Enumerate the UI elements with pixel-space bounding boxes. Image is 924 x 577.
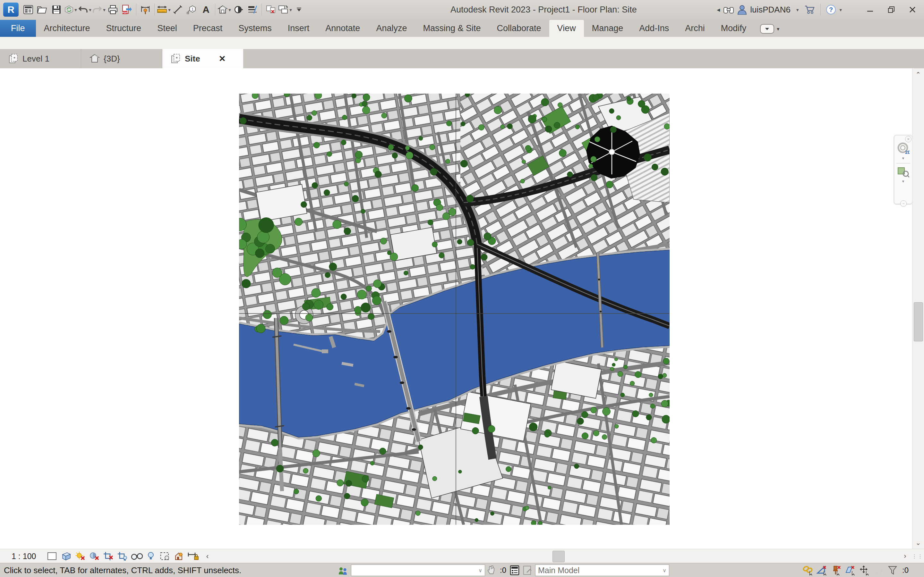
steering-wheel-tool[interactable]: 2D ▾	[894, 142, 912, 161]
ribbon-tab-add-ins[interactable]: Add-Ins	[631, 20, 677, 37]
ribbon-tab-archi[interactable]: Archi	[677, 20, 713, 37]
crop-view-off-icon[interactable]	[102, 550, 115, 562]
undo-icon[interactable]: ▾	[78, 1, 92, 19]
customize-qat-icon[interactable]	[292, 1, 306, 19]
scroll-right-icon[interactable]: ›	[899, 549, 911, 563]
select-underlay-toggle-icon[interactable]	[816, 564, 829, 577]
search-binoculars-icon[interactable]	[723, 5, 734, 15]
close-inactive-windows-icon[interactable]	[264, 1, 278, 19]
shadows-off-icon[interactable]	[87, 550, 102, 562]
view-tab-3d[interactable]: {3D}	[81, 49, 162, 68]
ribbon-tab-massing-site[interactable]: Massing & Site	[415, 20, 489, 37]
export-pdf-icon[interactable]: PDF	[120, 1, 134, 19]
zoom-region-tool[interactable]: ▾	[894, 166, 912, 184]
ribbon-tab-steel[interactable]: Steel	[149, 20, 185, 37]
visual-style-icon[interactable]	[59, 550, 73, 562]
temporary-hide-isolate-icon[interactable]	[129, 550, 144, 562]
store-cart-icon[interactable]	[804, 5, 815, 15]
editing-requests-glove-icon[interactable]	[485, 564, 498, 577]
select-links-toggle-icon[interactable]	[801, 564, 814, 577]
open-icon[interactable]	[35, 1, 49, 19]
default-3d-view-icon[interactable]: ▾	[217, 1, 231, 19]
text-icon[interactable]: A	[199, 1, 213, 19]
help-dropdown-icon[interactable]: ▾	[839, 7, 842, 12]
tag-by-category-icon[interactable]: 1	[185, 1, 199, 19]
ribbon-tab-file[interactable]: File	[0, 20, 36, 37]
active-workset-select[interactable]: ∨	[351, 564, 485, 576]
ribbon-tab-view[interactable]: View	[549, 20, 584, 37]
ribbon-tab-modify[interactable]: Modify	[713, 20, 754, 37]
help-icon[interactable]: ?	[826, 5, 836, 15]
model-line-icon[interactable]	[171, 1, 185, 19]
ribbon-tab-collaborate[interactable]: Collaborate	[489, 20, 549, 37]
resize-grip-icon[interactable]: ⋮⋮	[911, 549, 924, 563]
scroll-down-icon[interactable]: ⌄	[913, 537, 924, 549]
collapse-search-icon[interactable]: ◂	[717, 6, 720, 13]
navbar-close-icon[interactable]: ✕	[905, 136, 911, 142]
reveal-constraints-icon[interactable]	[186, 550, 200, 562]
design-option-select[interactable]: Main Model ∨	[535, 564, 669, 576]
view-tab-level1[interactable]: Level 1	[0, 49, 81, 68]
ribbon-state-button[interactable]	[760, 24, 774, 34]
window-title: Autodesk Revit 2023 - Project1 - Floor P…	[451, 0, 637, 19]
horizontal-scroll-thumb[interactable]	[552, 551, 565, 562]
aligned-dimension-icon[interactable]	[138, 1, 152, 19]
detail-level-icon[interactable]	[45, 550, 59, 562]
user-dropdown-icon[interactable]: ▾	[796, 7, 799, 12]
ribbon-tab-insert[interactable]: Insert	[280, 20, 318, 37]
revit-logo-icon[interactable]: R	[3, 3, 19, 17]
temporary-view-properties-icon[interactable]	[158, 550, 172, 562]
close-view-tab-icon[interactable]: ✕	[219, 54, 226, 64]
close-button[interactable]	[903, 1, 921, 19]
print-icon[interactable]	[106, 1, 120, 19]
zoom-dropdown-icon[interactable]: ▾	[902, 179, 905, 184]
wheel-dropdown-icon[interactable]: ▾	[902, 156, 905, 161]
username[interactable]: luisPDAN6	[750, 5, 790, 15]
select-by-face-toggle-icon[interactable]	[844, 564, 857, 577]
redo-dropdown-icon[interactable]: ▾	[103, 7, 105, 12]
selection-filter-icon[interactable]	[886, 564, 899, 577]
analytical-model-icon[interactable]	[172, 550, 186, 562]
switch-windows-icon[interactable]: ▾	[278, 1, 292, 19]
sun-path-off-icon[interactable]	[73, 550, 87, 562]
vertical-scrollbar[interactable]: ⌃ ⌄	[912, 68, 924, 549]
show-crop-region-icon[interactable]	[115, 550, 129, 562]
redo-icon[interactable]: ▾	[92, 1, 106, 19]
editing-requests-dialog-icon[interactable]	[508, 564, 521, 577]
view-scale-button[interactable]: 1 : 100	[11, 552, 36, 561]
ribbon-tab-annotate[interactable]: Annotate	[317, 20, 368, 37]
reveal-hidden-elements-icon[interactable]	[144, 550, 158, 562]
sync-dropdown-icon[interactable]: ▾	[74, 7, 77, 12]
ribbon-tab-precast[interactable]: Precast	[185, 20, 231, 37]
ribbon-tab-systems[interactable]: Systems	[230, 20, 280, 37]
worksets-icon[interactable]	[336, 564, 349, 577]
ribbon-tab-structure[interactable]: Structure	[98, 20, 150, 37]
ribbon-state-dropdown-icon[interactable]: ▾	[777, 26, 779, 32]
vertical-scroll-thumb[interactable]	[914, 302, 923, 342]
thin-lines-icon[interactable]	[246, 1, 260, 19]
user-avatar-icon[interactable]	[737, 5, 747, 15]
application-menu-icon[interactable]	[21, 1, 35, 19]
save-icon[interactable]	[49, 1, 63, 19]
horizontal-scrollbar[interactable]: › ⋮⋮	[214, 549, 924, 563]
design-options-icon[interactable]	[521, 564, 534, 577]
undo-dropdown-icon[interactable]: ▾	[89, 7, 91, 12]
measure-dropdown-icon[interactable]: ▾	[168, 7, 171, 12]
scroll-up-icon[interactable]: ⌃	[913, 68, 924, 81]
minimize-button[interactable]	[861, 1, 879, 19]
ribbon-tab-manage[interactable]: Manage	[584, 20, 632, 37]
measure-icon[interactable]: ▾	[157, 1, 171, 19]
drawing-area[interactable]: ✕ 2D ▾ ▾ −	[0, 68, 913, 549]
ribbon-tab-analyze[interactable]: Analyze	[368, 20, 415, 37]
view-tab-site[interactable]: Site✕	[162, 49, 243, 68]
section-icon[interactable]	[231, 1, 246, 19]
switch-windows-dropdown-icon[interactable]: ▾	[289, 7, 292, 12]
sync-with-central-icon[interactable]: ▾	[63, 1, 78, 19]
ribbon-tab-architecture[interactable]: Architecture	[36, 20, 98, 37]
default-3d-view-dropdown-icon[interactable]: ▾	[228, 7, 231, 12]
select-pinned-toggle-icon[interactable]	[830, 564, 843, 577]
vcb-collapse-icon[interactable]: ‹	[200, 550, 214, 562]
drag-on-selection-toggle-icon[interactable]	[858, 564, 871, 577]
restore-button[interactable]	[882, 1, 900, 19]
navbar-handle-icon[interactable]: −	[900, 200, 907, 207]
